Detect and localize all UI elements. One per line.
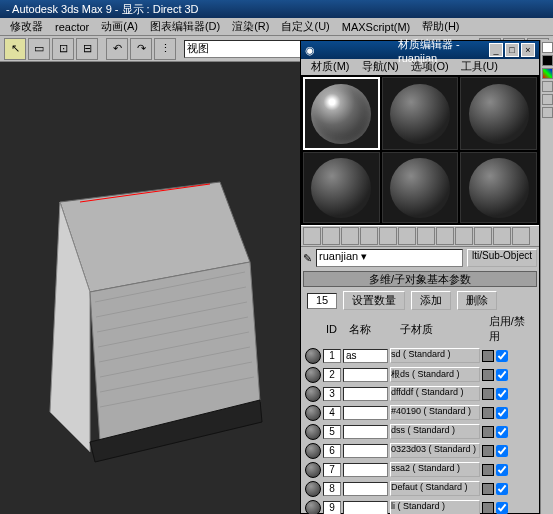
sub-material-button[interactable]: li ( Standard ) bbox=[390, 500, 480, 514]
undo-button[interactable]: ↶ bbox=[106, 38, 128, 60]
sample-slot-6[interactable] bbox=[460, 152, 537, 223]
sub-material-button[interactable]: 根ds ( Standard ) bbox=[390, 367, 480, 382]
side-btn[interactable] bbox=[542, 42, 553, 53]
sub-name-input[interactable] bbox=[343, 368, 388, 382]
sub-material-button[interactable]: sd ( Standard ) bbox=[390, 348, 480, 363]
mat-menu-item[interactable]: 工具(U) bbox=[455, 59, 504, 75]
sub-material-button[interactable]: ssa2 ( Standard ) bbox=[390, 462, 480, 477]
sub-id[interactable]: 1 bbox=[323, 349, 341, 363]
sub-name-input[interactable] bbox=[343, 482, 388, 496]
sub-thumb[interactable] bbox=[305, 386, 321, 402]
rollout-header[interactable]: 多维/子对象基本参数 bbox=[303, 271, 537, 287]
sub-enable-checkbox[interactable] bbox=[496, 445, 508, 457]
sub-color-swatch[interactable] bbox=[482, 502, 494, 514]
sub-thumb[interactable] bbox=[305, 405, 321, 421]
sub-material-button[interactable]: #40190 ( Standard ) bbox=[390, 405, 480, 420]
sub-enable-checkbox[interactable] bbox=[496, 407, 508, 419]
sample-slot-4[interactable] bbox=[303, 152, 380, 223]
get-material-button[interactable] bbox=[303, 227, 321, 245]
sub-name-input[interactable] bbox=[343, 463, 388, 477]
sub-enable-checkbox[interactable] bbox=[496, 350, 508, 362]
marquee-tool[interactable]: ▭ bbox=[28, 38, 50, 60]
sub-id[interactable]: 7 bbox=[323, 463, 341, 477]
menu-item[interactable]: 修改器 bbox=[4, 19, 49, 34]
sub-enable-checkbox[interactable] bbox=[496, 483, 508, 495]
mat-menu-item[interactable]: 选项(O) bbox=[405, 59, 455, 75]
go-parent-button[interactable] bbox=[493, 227, 511, 245]
assign-button[interactable] bbox=[341, 227, 359, 245]
sub-color-swatch[interactable] bbox=[482, 369, 494, 381]
material-type-button[interactable]: lti/Sub-Object bbox=[467, 249, 537, 267]
side-btn[interactable] bbox=[542, 94, 553, 105]
add-button[interactable]: 添加 bbox=[411, 291, 451, 310]
sub-material-button[interactable]: dss ( Standard ) bbox=[390, 424, 480, 439]
sub-color-swatch[interactable] bbox=[482, 483, 494, 495]
side-btn[interactable] bbox=[542, 107, 553, 118]
sub-thumb[interactable] bbox=[305, 481, 321, 497]
sub-name-input[interactable] bbox=[343, 425, 388, 439]
menu-item[interactable]: 自定义(U) bbox=[275, 19, 335, 34]
sub-name-input[interactable] bbox=[343, 349, 388, 363]
minimize-button[interactable]: _ bbox=[489, 43, 503, 57]
sub-thumb[interactable] bbox=[305, 462, 321, 478]
make-copy-button[interactable] bbox=[379, 227, 397, 245]
menu-item[interactable]: MAXScript(M) bbox=[336, 21, 416, 33]
sub-id[interactable]: 8 bbox=[323, 482, 341, 496]
side-btn[interactable] bbox=[542, 81, 553, 92]
side-btn[interactable] bbox=[542, 55, 553, 66]
sub-id[interactable]: 3 bbox=[323, 387, 341, 401]
pick-icon[interactable]: ✎ bbox=[303, 252, 312, 265]
show-result-button[interactable] bbox=[474, 227, 492, 245]
maximize-button[interactable]: □ bbox=[505, 43, 519, 57]
sub-color-swatch[interactable] bbox=[482, 464, 494, 476]
menu-item[interactable]: reactor bbox=[49, 21, 95, 33]
crossing-tool[interactable]: ⊟ bbox=[76, 38, 98, 60]
delete-button[interactable]: 删除 bbox=[457, 291, 497, 310]
sub-material-button[interactable]: dffddf ( Standard ) bbox=[390, 386, 480, 401]
menu-item[interactable]: 图表编辑器(D) bbox=[144, 19, 226, 34]
sub-thumb[interactable] bbox=[305, 424, 321, 440]
mat-menu-item[interactable]: 材质(M) bbox=[305, 59, 356, 75]
sub-color-swatch[interactable] bbox=[482, 388, 494, 400]
sub-color-swatch[interactable] bbox=[482, 426, 494, 438]
set-count-button[interactable]: 设置数量 bbox=[343, 291, 405, 310]
reset-button[interactable] bbox=[360, 227, 378, 245]
sample-slot-5[interactable] bbox=[382, 152, 459, 223]
sub-name-input[interactable] bbox=[343, 387, 388, 401]
sub-thumb[interactable] bbox=[305, 500, 321, 515]
sub-name-input[interactable] bbox=[343, 501, 388, 515]
window-tool[interactable]: ⊡ bbox=[52, 38, 74, 60]
material-name-input[interactable]: ruanjian ▾ bbox=[316, 249, 463, 267]
sub-id[interactable]: 4 bbox=[323, 406, 341, 420]
sub-count-input[interactable]: 15 bbox=[307, 293, 337, 309]
sub-color-swatch[interactable] bbox=[482, 445, 494, 457]
sample-slot-2[interactable] bbox=[382, 77, 459, 150]
sample-slot-3[interactable] bbox=[460, 77, 537, 150]
sub-color-swatch[interactable] bbox=[482, 350, 494, 362]
menu-item[interactable]: 渲染(R) bbox=[226, 19, 275, 34]
close-button[interactable]: × bbox=[521, 43, 535, 57]
sub-thumb[interactable] bbox=[305, 348, 321, 364]
side-btn[interactable] bbox=[542, 68, 553, 79]
sub-enable-checkbox[interactable] bbox=[496, 502, 508, 514]
sample-slot-1[interactable] bbox=[303, 77, 380, 150]
sub-color-swatch[interactable] bbox=[482, 407, 494, 419]
sub-id[interactable]: 5 bbox=[323, 425, 341, 439]
menu-item[interactable]: 帮助(H) bbox=[416, 19, 465, 34]
sub-enable-checkbox[interactable] bbox=[496, 388, 508, 400]
show-map-button[interactable] bbox=[455, 227, 473, 245]
material-editor-titlebar[interactable]: ◉ 材质编辑器 - ruanjian _ □ × bbox=[301, 41, 539, 59]
viewport-perspective[interactable] bbox=[0, 62, 300, 514]
sub-name-input[interactable] bbox=[343, 406, 388, 420]
sub-id[interactable]: 6 bbox=[323, 444, 341, 458]
sub-thumb[interactable] bbox=[305, 443, 321, 459]
sub-name-input[interactable] bbox=[343, 444, 388, 458]
put-to-scene-button[interactable] bbox=[322, 227, 340, 245]
go-forward-button[interactable] bbox=[512, 227, 530, 245]
mat-menu-item[interactable]: 导航(N) bbox=[356, 59, 405, 75]
sub-enable-checkbox[interactable] bbox=[496, 369, 508, 381]
sub-enable-checkbox[interactable] bbox=[496, 464, 508, 476]
select-tool[interactable]: ↖ bbox=[4, 38, 26, 60]
select-link[interactable]: ⋮ bbox=[154, 38, 176, 60]
put-to-lib-button[interactable] bbox=[417, 227, 435, 245]
